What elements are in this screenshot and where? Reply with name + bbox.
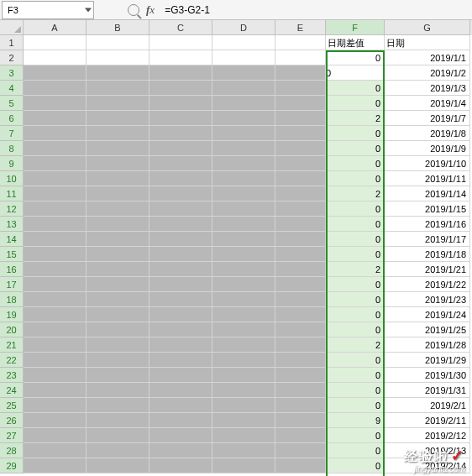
- row-header[interactable]: 16: [0, 262, 24, 277]
- cell[interactable]: [149, 96, 212, 111]
- cell-f[interactable]: 0: [326, 96, 385, 111]
- cell[interactable]: [87, 111, 149, 126]
- cell[interactable]: [24, 96, 87, 111]
- cell[interactable]: [87, 337, 149, 353]
- row-header[interactable]: 20: [0, 322, 24, 337]
- cell[interactable]: [275, 247, 326, 262]
- cell[interactable]: [24, 262, 87, 277]
- cell[interactable]: [275, 126, 326, 141]
- cell[interactable]: [212, 201, 275, 217]
- cell[interactable]: [149, 337, 212, 353]
- cell-f[interactable]: 0: [326, 353, 385, 368]
- cell[interactable]: [87, 232, 149, 247]
- cell[interactable]: [24, 156, 87, 171]
- cell-f[interactable]: 0: [326, 322, 385, 337]
- cell[interactable]: [149, 81, 212, 96]
- cell-g[interactable]: 2019/1/25: [385, 322, 470, 337]
- row-header[interactable]: 13: [0, 217, 24, 232]
- cell[interactable]: [212, 277, 275, 292]
- cell[interactable]: [275, 81, 326, 96]
- cell[interactable]: [212, 217, 275, 232]
- cell[interactable]: [87, 428, 149, 443]
- cell-f[interactable]: 0: [326, 247, 385, 262]
- cell[interactable]: [24, 186, 87, 201]
- cell[interactable]: [149, 322, 212, 337]
- cell[interactable]: [87, 217, 149, 232]
- cell[interactable]: [275, 383, 326, 398]
- cell[interactable]: [212, 383, 275, 398]
- cell[interactable]: [212, 50, 275, 65]
- cell[interactable]: [24, 443, 87, 458]
- row-header[interactable]: 24: [0, 383, 24, 398]
- cell-f[interactable]: 0: [326, 383, 385, 398]
- cell[interactable]: [212, 337, 275, 353]
- cell[interactable]: [275, 96, 326, 111]
- chevron-down-icon[interactable]: [85, 8, 92, 12]
- cell-g[interactable]: 2019/1/17: [385, 232, 470, 247]
- cell[interactable]: [149, 458, 212, 473]
- cell-f[interactable]: 0: [326, 50, 385, 65]
- cell-g[interactable]: 2019/1/16: [385, 217, 470, 232]
- cell-g[interactable]: 2019/1/11: [385, 171, 470, 186]
- cell-g[interactable]: 2019/1/22: [385, 277, 470, 292]
- cell[interactable]: [24, 292, 87, 307]
- cell[interactable]: [149, 307, 212, 322]
- cell[interactable]: [87, 277, 149, 292]
- cell[interactable]: [24, 353, 87, 368]
- cell[interactable]: [212, 413, 275, 428]
- cell[interactable]: [149, 277, 212, 292]
- cell[interactable]: [149, 141, 212, 156]
- cell[interactable]: [149, 171, 212, 186]
- cell[interactable]: [149, 443, 212, 458]
- cell[interactable]: [212, 156, 275, 171]
- column-header-E[interactable]: E: [275, 20, 326, 35]
- cell-f[interactable]: 0: [326, 126, 385, 141]
- cell[interactable]: [275, 368, 326, 383]
- cell-f[interactable]: 0: [326, 217, 385, 232]
- cell-g[interactable]: 2019/1/23: [385, 292, 470, 307]
- cell[interactable]: [24, 368, 87, 383]
- cell[interactable]: [212, 428, 275, 443]
- cell[interactable]: [87, 322, 149, 337]
- row-header[interactable]: 6: [0, 111, 24, 126]
- cell[interactable]: [24, 322, 87, 337]
- cell[interactable]: [149, 201, 212, 217]
- cell[interactable]: [24, 232, 87, 247]
- cell[interactable]: [87, 50, 149, 65]
- cell[interactable]: [24, 35, 87, 50]
- cell-g[interactable]: 2019/1/1: [385, 50, 470, 65]
- cell[interactable]: [87, 35, 149, 50]
- cell[interactable]: [212, 35, 275, 50]
- cell-f[interactable]: 0: [326, 307, 385, 322]
- cell[interactable]: [24, 171, 87, 186]
- cell[interactable]: [24, 201, 87, 217]
- cell[interactable]: [24, 307, 87, 322]
- row-header[interactable]: 21: [0, 337, 24, 353]
- column-header-F[interactable]: F: [326, 20, 385, 35]
- cell[interactable]: [212, 368, 275, 383]
- cell[interactable]: [275, 232, 326, 247]
- cell-f[interactable]: 0: [326, 171, 385, 186]
- row-header[interactable]: 8: [0, 141, 24, 156]
- cell[interactable]: [149, 35, 212, 50]
- cell[interactable]: [24, 247, 87, 262]
- cell[interactable]: [212, 458, 275, 473]
- cell-g[interactable]: 2019/1/24: [385, 307, 470, 322]
- cell[interactable]: [275, 156, 326, 171]
- cell[interactable]: [87, 201, 149, 217]
- cell[interactable]: [212, 126, 275, 141]
- cell-f[interactable]: 2: [326, 262, 385, 277]
- cell[interactable]: [149, 398, 212, 413]
- cell-g[interactable]: 2019/1/29: [385, 353, 470, 368]
- row-header[interactable]: 27: [0, 428, 24, 443]
- cell[interactable]: [87, 443, 149, 458]
- cell[interactable]: [87, 307, 149, 322]
- cell[interactable]: [275, 322, 326, 337]
- name-box[interactable]: F3: [2, 1, 94, 19]
- cell-g[interactable]: 2019/2/1: [385, 398, 470, 413]
- cell[interactable]: [149, 353, 212, 368]
- cell-g[interactable]: 2019/2/11: [385, 413, 470, 428]
- cell[interactable]: [87, 141, 149, 156]
- cell-g[interactable]: 2019/1/9: [385, 141, 470, 156]
- cell[interactable]: [149, 383, 212, 398]
